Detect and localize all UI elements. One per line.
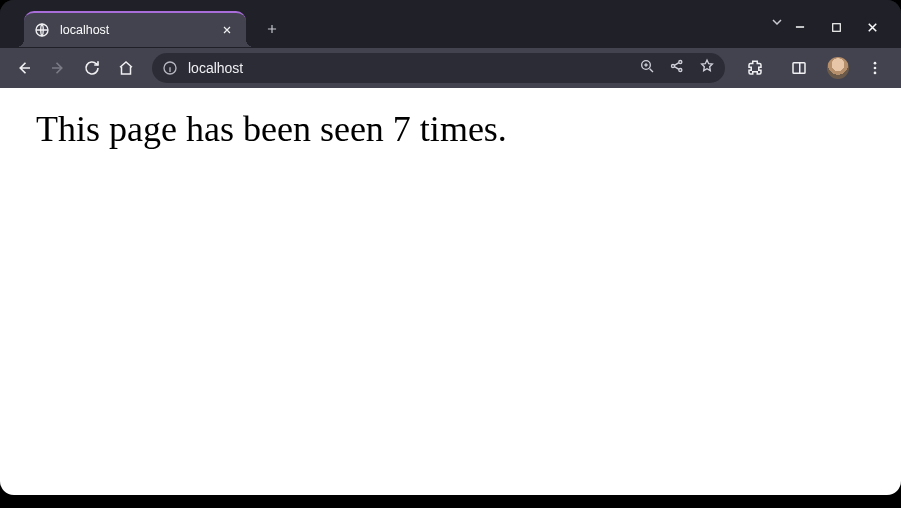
maximize-button[interactable] <box>827 18 845 36</box>
svg-point-6 <box>679 68 682 71</box>
close-tab-button[interactable] <box>218 21 236 39</box>
site-info-icon[interactable] <box>162 60 178 76</box>
minimize-button[interactable] <box>791 18 809 36</box>
sidepanel-button[interactable] <box>783 52 815 84</box>
zoom-icon[interactable] <box>639 58 655 78</box>
toolbar: localhost <box>0 48 901 88</box>
home-button[interactable] <box>110 52 142 84</box>
window-controls <box>791 12 895 36</box>
svg-point-10 <box>874 72 877 75</box>
profile-avatar[interactable] <box>827 57 849 79</box>
forward-button[interactable] <box>42 52 74 84</box>
share-icon[interactable] <box>669 58 685 78</box>
browser-window: localhost <box>0 0 901 495</box>
new-tab-button[interactable] <box>258 15 286 43</box>
address-bar[interactable]: localhost <box>152 53 725 83</box>
url-text: localhost <box>188 60 629 76</box>
svg-point-5 <box>679 60 682 63</box>
close-window-button[interactable] <box>863 18 881 36</box>
active-tab[interactable]: localhost <box>24 11 246 47</box>
menu-button[interactable] <box>861 54 889 82</box>
svg-point-9 <box>874 67 877 70</box>
svg-point-4 <box>671 64 674 67</box>
tab-search-button[interactable] <box>763 14 791 34</box>
globe-icon <box>34 22 50 38</box>
extensions-button[interactable] <box>739 52 771 84</box>
back-button[interactable] <box>8 52 40 84</box>
page-content: This page has been seen 7 times. <box>0 88 901 495</box>
page-body-text: This page has been seen 7 times. <box>36 108 865 150</box>
svg-point-8 <box>874 62 877 65</box>
bookmark-icon[interactable] <box>699 58 715 78</box>
svg-rect-1 <box>832 23 840 31</box>
reload-button[interactable] <box>76 52 108 84</box>
tab-title: localhost <box>60 23 208 37</box>
titlebar: localhost <box>0 0 901 48</box>
